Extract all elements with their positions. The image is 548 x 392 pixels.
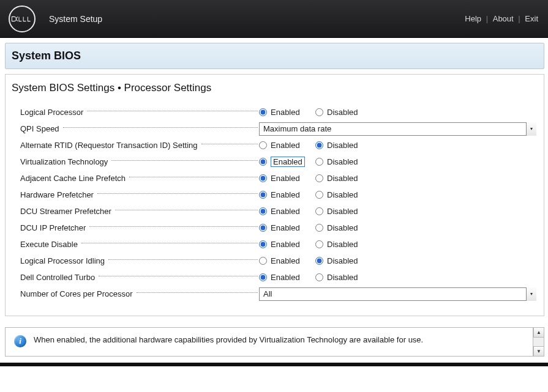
radio-group-logical-processor: EnabledDisabled: [259, 108, 358, 117]
radio-label-text: Disabled: [327, 223, 358, 232]
radio-disabled[interactable]: Disabled: [315, 174, 358, 183]
radio-disabled[interactable]: Disabled: [315, 223, 358, 232]
radio-group-alternate-rtid: EnabledDisabled: [259, 141, 358, 150]
radio-input-disabled[interactable]: [315, 207, 323, 215]
radio-enabled[interactable]: Enabled: [259, 190, 315, 199]
radio-input-enabled[interactable]: [259, 224, 267, 232]
radio-label-text: Enabled: [271, 240, 300, 249]
help-link[interactable]: Help: [465, 14, 481, 23]
setting-label: DCU Streamer Prefetcher: [20, 207, 258, 216]
select-input[interactable]: All: [259, 287, 536, 301]
info-icon: i: [14, 335, 26, 347]
setting-row-dell-controlled-turbo: Dell Controlled TurboEnabledDisabled: [20, 269, 536, 286]
radio-disabled[interactable]: Disabled: [315, 190, 358, 199]
select-cores-per-processor[interactable]: All▾: [259, 287, 536, 301]
breadcrumb: System BIOS Settings • Processor Setting…: [12, 81, 536, 104]
setting-label-text: DCU IP Prefetcher: [20, 223, 89, 232]
radio-disabled[interactable]: Disabled: [315, 141, 358, 150]
radio-label-text: Enabled: [271, 174, 300, 183]
radio-input-enabled[interactable]: [259, 207, 267, 215]
radio-input-disabled[interactable]: [315, 257, 323, 265]
setting-label-text: DCU Streamer Prefetcher: [20, 207, 115, 216]
leader-dots: [201, 144, 258, 144]
scroll-up-button[interactable]: ▲: [533, 328, 544, 338]
setting-row-logical-processor-idling: Logical Processor IdlingEnabledDisabled: [20, 253, 536, 269]
radio-input-disabled[interactable]: [315, 174, 323, 182]
scroll-down-button[interactable]: ▼: [533, 346, 544, 356]
radio-enabled[interactable]: Enabled: [259, 174, 315, 183]
topbar-links: Help | About | Exit: [464, 14, 539, 23]
radio-group-adjacent-cache-prefetch: EnabledDisabled: [259, 174, 358, 183]
radio-disabled[interactable]: Disabled: [315, 157, 358, 166]
radio-label-text: Enabled: [271, 141, 300, 150]
radio-label-text: Disabled: [327, 141, 358, 150]
radio-label-text: Enabled: [271, 256, 300, 265]
setting-label-text: QPI Speed: [20, 124, 63, 133]
radio-input-enabled[interactable]: [259, 273, 267, 281]
select-qpi-speed[interactable]: Maximum data rate▾: [259, 122, 536, 136]
radio-enabled[interactable]: Enabled: [259, 207, 315, 216]
radio-disabled[interactable]: Disabled: [315, 273, 358, 282]
radio-enabled[interactable]: Enabled: [259, 240, 315, 249]
radio-input-disabled[interactable]: [315, 273, 323, 281]
setting-value: EnabledDisabled: [258, 141, 536, 150]
radio-input-disabled[interactable]: [315, 108, 323, 116]
radio-input-enabled[interactable]: [259, 191, 267, 199]
radio-enabled[interactable]: Enabled: [259, 223, 315, 232]
radio-input-disabled[interactable]: [315, 158, 323, 166]
setting-row-cores-per-processor: Number of Cores per ProcessorAll▾: [20, 286, 536, 302]
leader-dots: [81, 243, 258, 243]
setting-row-virtualization-technology: Virtualization TechnologyEnabledDisabled: [20, 153, 536, 170]
radio-disabled[interactable]: Disabled: [315, 240, 358, 249]
radio-input-enabled[interactable]: [259, 108, 267, 116]
settings-panel: System BIOS Settings • Processor Setting…: [5, 74, 544, 316]
radio-input-enabled[interactable]: [259, 158, 267, 166]
setting-label-text: Virtualization Technology: [20, 157, 111, 166]
setting-value: All▾: [258, 287, 536, 301]
radio-disabled[interactable]: Disabled: [315, 256, 358, 265]
radio-input-disabled[interactable]: [315, 141, 323, 149]
radio-disabled[interactable]: Disabled: [315, 108, 358, 117]
setting-row-adjacent-cache-prefetch: Adjacent Cache Line PrefetchEnabledDisab…: [20, 170, 536, 187]
radio-enabled[interactable]: Enabled: [259, 108, 315, 117]
radio-disabled[interactable]: Disabled: [315, 207, 358, 216]
radio-label-text: Enabled: [271, 207, 300, 216]
setting-label: DCU IP Prefetcher: [20, 223, 258, 232]
setting-row-logical-processor: Logical ProcessorEnabledDisabled: [20, 104, 536, 120]
radio-enabled[interactable]: Enabled: [259, 256, 315, 265]
setting-value: EnabledDisabled: [258, 207, 536, 216]
exit-link[interactable]: Exit: [525, 14, 538, 23]
title-bar: System BIOS: [5, 43, 544, 69]
page-title: System BIOS: [12, 50, 538, 62]
setting-label-text: Execute Disable: [20, 240, 81, 249]
setting-label-text: Number of Cores per Processor: [20, 289, 137, 298]
setting-row-alternate-rtid: Alternate RTID (Requestor Transaction ID…: [20, 137, 536, 153]
setting-label: Hardware Prefetcher: [20, 190, 258, 199]
radio-label-text: Disabled: [327, 157, 358, 166]
radio-input-disabled[interactable]: [315, 224, 323, 232]
setting-value: EnabledDisabled: [258, 157, 536, 167]
setting-label: Adjacent Cache Line Prefetch: [20, 174, 258, 183]
separator: |: [518, 14, 522, 23]
setting-value: EnabledDisabled: [258, 190, 536, 199]
setting-label-text: Adjacent Cache Line Prefetch: [20, 174, 129, 183]
select-input[interactable]: Maximum data rate: [259, 122, 536, 136]
radio-enabled[interactable]: Enabled: [259, 141, 315, 150]
radio-group-dcu-ip-prefetcher: EnabledDisabled: [259, 223, 358, 232]
radio-input-disabled[interactable]: [315, 191, 323, 199]
radio-group-hardware-prefetcher: EnabledDisabled: [259, 190, 358, 199]
leader-dots: [108, 259, 258, 260]
radio-input-enabled[interactable]: [259, 174, 267, 182]
radio-enabled[interactable]: Enabled: [259, 157, 315, 167]
radio-input-enabled[interactable]: [259, 240, 267, 248]
about-link[interactable]: About: [493, 14, 514, 23]
setting-label: Execute Disable: [20, 240, 258, 249]
dell-logo-icon: [9, 6, 36, 32]
leader-dots: [99, 276, 258, 276]
radio-input-disabled[interactable]: [315, 240, 323, 248]
radio-input-enabled[interactable]: [259, 141, 267, 149]
radio-label-text: Disabled: [327, 108, 358, 117]
radio-label-text: Disabled: [327, 240, 358, 249]
radio-input-enabled[interactable]: [259, 257, 267, 265]
radio-enabled[interactable]: Enabled: [259, 273, 315, 282]
